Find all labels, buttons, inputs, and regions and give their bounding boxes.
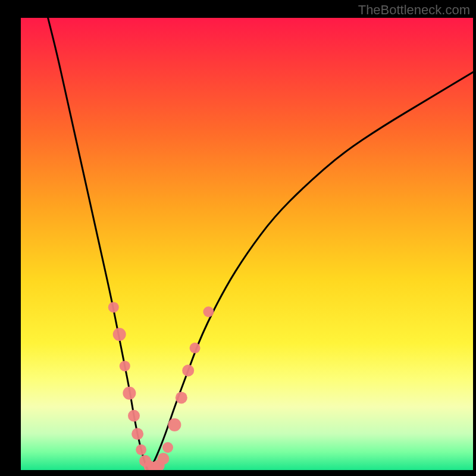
data-marker <box>131 428 143 440</box>
data-marker <box>136 444 146 455</box>
data-marker <box>108 302 119 312</box>
data-marker <box>123 387 136 400</box>
data-marker <box>176 392 187 403</box>
data-marker <box>203 306 214 317</box>
data-marker <box>168 418 181 431</box>
data-marker <box>182 365 194 377</box>
curve-group <box>48 18 473 470</box>
data-marker <box>128 410 140 422</box>
chart-svg <box>21 18 473 470</box>
data-marker <box>113 328 126 341</box>
watermark-text: TheBottleneck.com <box>358 2 470 18</box>
plot-area <box>21 18 473 470</box>
series-right-branch <box>148 72 473 470</box>
data-marker <box>162 442 173 453</box>
data-marker <box>120 361 130 371</box>
series-left-branch <box>48 18 148 470</box>
data-marker <box>157 453 169 465</box>
data-marker <box>190 343 201 353</box>
